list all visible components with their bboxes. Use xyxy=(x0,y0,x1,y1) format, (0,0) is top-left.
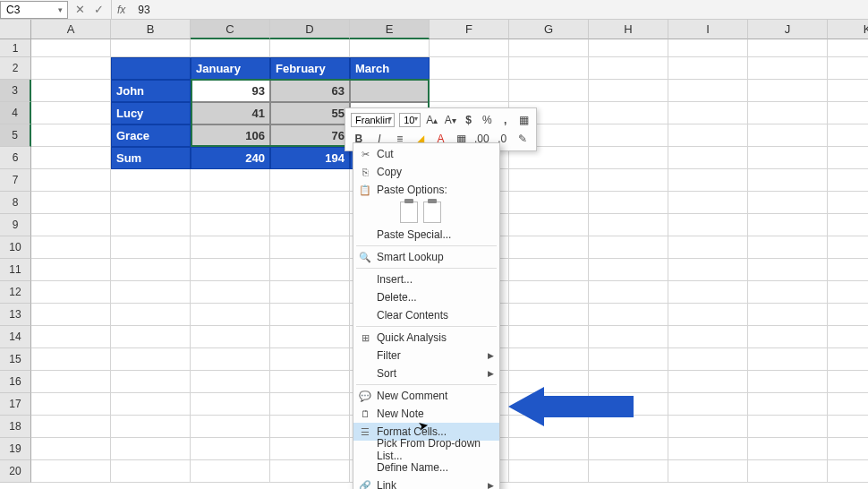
menu-paste-special[interactable]: Paste Special... xyxy=(353,226,499,244)
col-header-F[interactable]: F xyxy=(430,20,509,39)
row-header[interactable]: 9 xyxy=(0,214,31,236)
menu-cut[interactable]: ✂Cut xyxy=(353,145,499,163)
table-cell[interactable]: 63 xyxy=(270,80,350,102)
column-headers: A B C D E F G H I J K xyxy=(31,20,868,39)
col-header-G[interactable]: G xyxy=(509,20,589,39)
table-cell[interactable]: 76 xyxy=(270,124,350,147)
formula-buttons: ✕ ✓ xyxy=(68,0,112,19)
search-icon: 🔍 xyxy=(358,252,372,263)
table-cell[interactable]: February xyxy=(270,57,350,80)
col-header-A[interactable]: A xyxy=(31,20,111,39)
table-cell[interactable]: 240 xyxy=(191,147,270,169)
formula-input[interactable]: 93 xyxy=(131,2,868,18)
select-all-corner[interactable] xyxy=(0,20,31,39)
menu-paste-options[interactable] xyxy=(353,199,499,226)
scissors-icon: ✂ xyxy=(358,149,372,160)
row-header[interactable]: 3 xyxy=(0,80,31,102)
row-header[interactable]: 10 xyxy=(0,236,31,259)
note-icon: 🗒 xyxy=(358,408,372,419)
table-cell[interactable]: John xyxy=(111,80,191,102)
col-header-D[interactable]: D xyxy=(270,20,350,39)
currency-icon[interactable]: $ xyxy=(462,112,476,128)
row-header[interactable]: 5 xyxy=(0,124,31,147)
chevron-right-icon: ▶ xyxy=(488,351,494,360)
col-header-E[interactable]: E xyxy=(350,20,430,39)
table-cell[interactable] xyxy=(111,57,191,80)
table-cell[interactable]: 106 xyxy=(191,124,270,147)
paste-values-icon[interactable] xyxy=(423,202,441,223)
chevron-right-icon: ▶ xyxy=(488,369,494,378)
row-header[interactable]: 13 xyxy=(0,304,31,326)
cancel-icon[interactable]: ✕ xyxy=(75,3,85,16)
col-header-C[interactable]: C xyxy=(191,20,270,39)
table-cell[interactable]: January xyxy=(191,57,270,80)
comma-icon[interactable]: , xyxy=(498,112,513,128)
table-cell[interactable]: 55 xyxy=(270,102,350,124)
row-header[interactable]: 4 xyxy=(0,102,31,124)
row-header[interactable]: 16 xyxy=(0,371,31,393)
context-menu: ✂Cut ⎘Copy 📋Paste Options: Paste Special… xyxy=(353,142,500,489)
accept-icon[interactable]: ✓ xyxy=(94,3,104,16)
menu-new-comment[interactable]: 💬New Comment xyxy=(353,387,499,405)
table-cell[interactable] xyxy=(350,80,430,102)
menu-new-note[interactable]: 🗒New Note xyxy=(353,405,499,423)
row-header[interactable]: 2 xyxy=(0,57,31,80)
menu-sort[interactable]: Sort▶ xyxy=(353,365,499,382)
row-header[interactable]: 19 xyxy=(0,438,31,460)
row-header[interactable]: 20 xyxy=(0,460,31,483)
table-cell[interactable]: 194 xyxy=(270,147,350,169)
row-header[interactable]: 15 xyxy=(0,348,31,371)
percent-icon[interactable]: % xyxy=(480,112,494,128)
clipboard-icon: 📋 xyxy=(358,184,372,196)
format-icon: ☰ xyxy=(358,426,372,438)
increase-font-icon[interactable]: A▴ xyxy=(425,112,439,128)
row-header[interactable]: 1 xyxy=(0,39,31,57)
table-cell[interactable]: Sum xyxy=(111,147,191,169)
table-icon[interactable]: ▦ xyxy=(517,112,532,128)
menu-pick-from-list[interactable]: Pick From Drop-down List... xyxy=(353,441,499,459)
row-header[interactable]: 17 xyxy=(0,393,31,416)
row-header[interactable]: 14 xyxy=(0,326,31,348)
link-icon: 🔗 xyxy=(358,480,372,490)
row-header[interactable]: 18 xyxy=(0,416,31,438)
analysis-icon: ⊞ xyxy=(358,332,372,344)
row-header[interactable]: 7 xyxy=(0,169,31,192)
copy-icon: ⎘ xyxy=(358,167,372,177)
menu-link[interactable]: 🔗Link▶ xyxy=(353,476,499,489)
table-cell[interactable]: 41 xyxy=(191,102,270,124)
col-header-J[interactable]: J xyxy=(748,20,828,39)
format-painter-icon[interactable]: ✎ xyxy=(515,131,531,147)
menu-clear-contents[interactable]: Clear Contents xyxy=(353,306,499,324)
col-header-H[interactable]: H xyxy=(589,20,668,39)
table-cell[interactable]: Lucy xyxy=(111,102,191,124)
menu-filter[interactable]: Filter▶ xyxy=(353,347,499,365)
menu-paste-options-label: 📋Paste Options: xyxy=(353,181,499,199)
menu-copy[interactable]: ⎘Copy xyxy=(353,163,499,181)
col-header-K[interactable]: K xyxy=(828,20,868,39)
row-headers: 1 2 3 4 5 6 7 8 9 10 11 12 13 14 15 16 1… xyxy=(0,39,31,483)
paste-icon[interactable] xyxy=(400,202,418,223)
col-header-B[interactable]: B xyxy=(111,20,191,39)
table-cell[interactable]: Grace xyxy=(111,124,191,147)
font-selector[interactable]: Franklin xyxy=(351,113,395,127)
menu-quick-analysis[interactable]: ⊞Quick Analysis xyxy=(353,329,499,347)
row-header[interactable]: 11 xyxy=(0,259,31,281)
callout-arrow xyxy=(508,387,634,426)
row-header[interactable]: 12 xyxy=(0,281,31,304)
decrease-font-icon[interactable]: A▾ xyxy=(443,112,457,128)
table-cell[interactable]: March xyxy=(350,57,430,80)
menu-smart-lookup[interactable]: 🔍Smart Lookup xyxy=(353,248,499,266)
chevron-right-icon: ▶ xyxy=(488,481,494,489)
name-box[interactable]: C3 xyxy=(0,1,68,19)
col-header-I[interactable]: I xyxy=(668,20,748,39)
font-size-selector[interactable]: 10 xyxy=(399,113,421,127)
menu-insert[interactable]: Insert... xyxy=(353,270,499,288)
menu-define-name[interactable]: Define Name... xyxy=(353,459,499,476)
row-header[interactable]: 6 xyxy=(0,147,31,169)
fx-icon[interactable]: fx xyxy=(112,4,131,16)
row-header[interactable]: 8 xyxy=(0,192,31,214)
table-cell[interactable]: 93 xyxy=(191,80,270,102)
comment-icon: 💬 xyxy=(358,390,372,402)
menu-delete[interactable]: Delete... xyxy=(353,288,499,306)
formula-bar: C3 ✕ ✓ fx 93 xyxy=(0,0,868,20)
